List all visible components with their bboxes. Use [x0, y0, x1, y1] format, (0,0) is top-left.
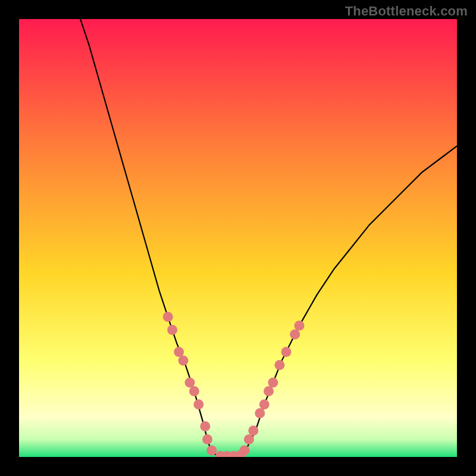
data-marker — [274, 360, 284, 370]
data-marker — [163, 312, 173, 322]
data-marker — [178, 356, 189, 366]
bottleneck-chart — [19, 19, 457, 457]
data-marker — [264, 386, 274, 396]
data-marker — [248, 425, 258, 436]
data-marker — [281, 347, 292, 357]
chart-frame: TheBottleneck.com — [0, 0, 476, 476]
data-marker — [174, 347, 184, 357]
data-marker — [268, 377, 278, 387]
gradient-background — [19, 19, 457, 457]
data-marker — [200, 421, 210, 431]
data-marker — [290, 329, 300, 339]
data-marker — [295, 321, 305, 331]
data-marker — [189, 386, 199, 396]
data-marker — [259, 399, 270, 409]
data-marker — [185, 377, 195, 387]
data-marker — [202, 434, 212, 444]
data-marker — [244, 434, 254, 444]
data-marker — [193, 399, 203, 409]
data-marker — [206, 446, 217, 456]
watermark-text: TheBottleneck.com — [345, 4, 468, 19]
plot-area — [19, 19, 457, 457]
data-marker — [255, 408, 265, 418]
data-marker — [240, 446, 250, 456]
data-marker — [167, 325, 177, 335]
